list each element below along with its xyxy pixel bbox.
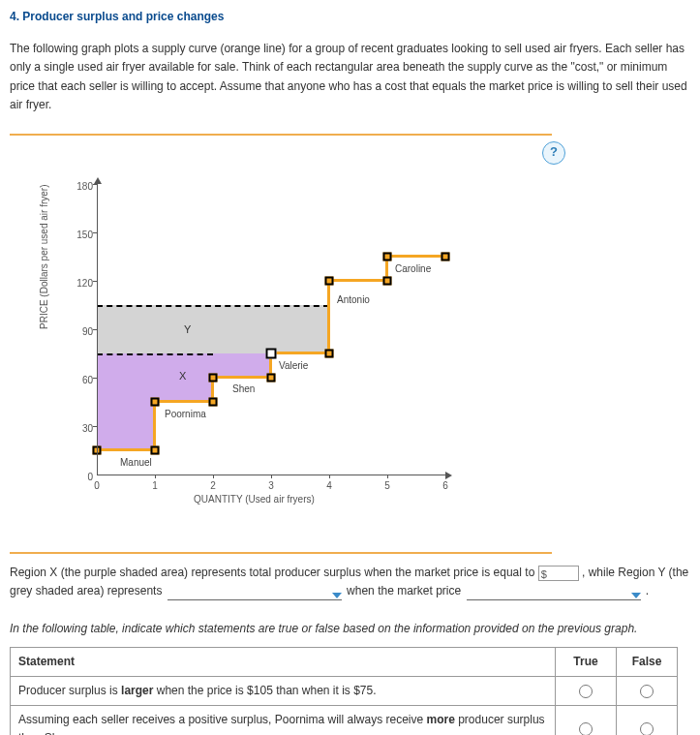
- th-true: True: [556, 647, 617, 676]
- stmt-1: Producer surplus is larger when the pric…: [11, 676, 556, 705]
- radio-stmt1-false[interactable]: [640, 685, 654, 698]
- ytick-120: 120: [70, 276, 93, 291]
- x-arrow: [445, 472, 452, 479]
- dropdown-when-price[interactable]: [467, 588, 641, 600]
- para1-a: Region X (the purple shaded area) repres…: [10, 566, 538, 579]
- plot-axes: [97, 184, 446, 475]
- stmt2-bold: more: [427, 713, 455, 726]
- th-false: False: [617, 647, 678, 676]
- radio-stmt1-true[interactable]: [579, 685, 593, 698]
- ytick-180: 180: [70, 179, 93, 195]
- xtick-0: 0: [87, 478, 107, 494]
- true-false-table: Statement True False Producer surplus is…: [10, 647, 678, 736]
- chevron-down-icon: [631, 593, 641, 598]
- para1-c: when the market price: [347, 584, 464, 597]
- ytick-90: 90: [70, 324, 93, 340]
- xtick-6: 6: [436, 478, 455, 494]
- chevron-down-icon: [332, 593, 342, 598]
- radio-stmt2-true[interactable]: [579, 722, 593, 735]
- divider-bottom: [10, 552, 552, 554]
- stmt1-pre: Producer surplus is: [18, 684, 121, 697]
- xtick-5: 5: [378, 478, 397, 494]
- stmt1-post: when the price is $105 than when it is $…: [153, 684, 376, 697]
- intro-text: The following graph plots a supply curve…: [10, 40, 690, 114]
- stmt-2: Assuming each seller receives a positive…: [11, 705, 556, 735]
- th-statement: Statement: [11, 647, 556, 676]
- table-row: Assuming each seller receives a positive…: [11, 705, 678, 735]
- radio-stmt2-false[interactable]: [640, 722, 654, 735]
- ytick-150: 150: [70, 228, 93, 243]
- region-x-paragraph: Region X (the purple shaded area) repres…: [10, 564, 690, 600]
- y-arrow: [94, 177, 102, 184]
- ytick-30: 30: [70, 421, 93, 437]
- table-row: Producer surplus is larger when the pric…: [11, 676, 678, 705]
- xtick-4: 4: [320, 478, 339, 494]
- ytick-60: 60: [70, 373, 93, 388]
- xtick-1: 1: [145, 478, 165, 494]
- question-title: 4. Producer surplus and price changes: [10, 8, 690, 26]
- dropdown-represents[interactable]: [167, 588, 342, 600]
- x-axis-label: QUANTITY (Used air fryers): [194, 492, 315, 507]
- stmt2-pre: Assuming each seller receives a positive…: [18, 713, 427, 726]
- y-axis-label: PRICE (Dollars per used air fryer): [37, 184, 52, 328]
- graph-container: ? 180 150 120 90 60 30 0 0 1 2 3 4 5 6 P…: [29, 145, 571, 533]
- para1-d: .: [646, 584, 649, 597]
- stmt1-bold: larger: [121, 684, 153, 697]
- help-button[interactable]: ?: [542, 141, 565, 165]
- tf-instruction: In the following table, indicate which s…: [10, 620, 690, 638]
- divider-top: [10, 134, 552, 136]
- price-input-x[interactable]: [538, 566, 579, 581]
